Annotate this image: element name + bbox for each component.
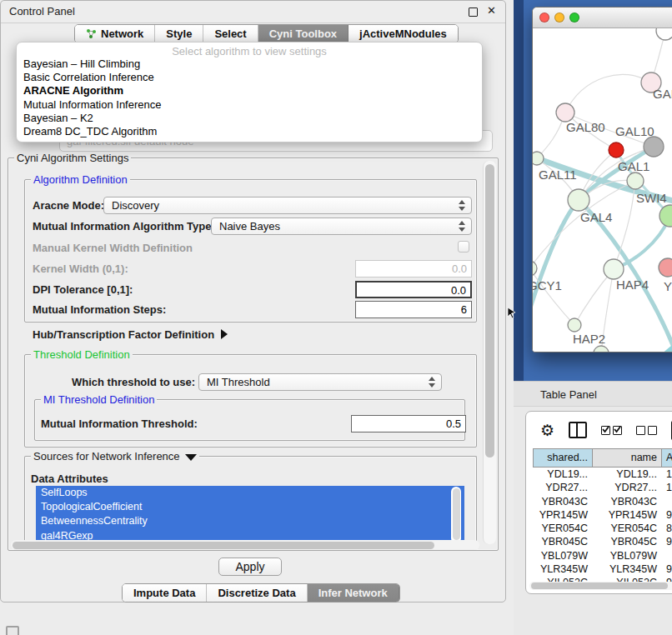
tab-infer-network[interactable]: Infer Network: [308, 584, 399, 602]
table-row[interactable]: YLR345WYLR345W9.: [533, 562, 672, 576]
which-threshold-label: Which threshold to use:: [72, 376, 195, 388]
network-node-label: GAL4: [580, 210, 612, 224]
settings-horizontal-scrollbar[interactable]: [11, 540, 479, 550]
tab-style-label: Style: [166, 28, 192, 40]
table-horizontal-scrollbar-thumb[interactable]: [531, 582, 668, 589]
tab-select[interactable]: Select: [203, 25, 258, 42]
dpi-tolerance-field[interactable]: 0.0: [355, 281, 472, 298]
tab-style[interactable]: Style: [155, 25, 203, 42]
close-panel-icon[interactable]: ✕: [487, 4, 496, 17]
attributes-scrollbar[interactable]: [451, 487, 461, 543]
network-node[interactable]: [533, 261, 537, 276]
mi-threshold-field[interactable]: 0.5: [351, 415, 466, 432]
data-attributes-list[interactable]: SelfLoopsTopologicalCoefficientBetweenne…: [36, 486, 464, 544]
mi-algorithm-type-value: Naive Bayes: [219, 220, 280, 232]
close-window-icon[interactable]: [539, 12, 549, 22]
network-canvas[interactable]: GALGAL80GAL10GAL11GAL1SWI4GAL4GCY1HAP4YH…: [533, 28, 672, 352]
tab-cyni-toolbox-label: Cyni Toolbox: [269, 28, 337, 40]
table-row[interactable]: YER054CYER054C8.: [533, 522, 672, 535]
attributes-scrollbar-thumb[interactable]: [453, 488, 460, 540]
settings-horizontal-scrollbar-thumb[interactable]: [13, 542, 434, 549]
network-node[interactable]: [556, 103, 574, 122]
kernel-width-field[interactable]: 0.0: [355, 260, 472, 278]
float-panel-icon[interactable]: [469, 8, 478, 17]
network-node[interactable]: [659, 258, 672, 277]
table-row[interactable]: YBL079WYBL079W: [533, 549, 672, 562]
network-node[interactable]: [604, 259, 624, 279]
algorithm-option[interactable]: Dream8 DC_TDC Algorithm: [17, 125, 482, 138]
network-node[interactable]: [533, 152, 544, 165]
tab-cyni-toolbox[interactable]: Cyni Toolbox: [258, 25, 349, 42]
select-all-columns-icon[interactable]: [601, 426, 622, 435]
network-node-label: SWI4: [636, 191, 667, 205]
settings-vertical-scrollbar-thumb[interactable]: [485, 164, 494, 458]
tab-jactivemnodules[interactable]: jActiveMNodules: [349, 25, 458, 42]
network-node[interactable]: [659, 205, 672, 227]
stepper-icon: [459, 200, 466, 211]
bottom-tabs: Impute Data Discretize Data Infer Networ…: [122, 583, 400, 602]
mi-algorithm-type-select[interactable]: Naive Bayes: [211, 218, 472, 235]
table-cell: [662, 549, 672, 562]
table-row[interactable]: YDL19...YDL19...13: [533, 468, 672, 481]
minimized-panel-icon[interactable]: [6, 626, 19, 635]
algorithm-option[interactable]: Bayesian – Hill Climbing: [17, 58, 482, 71]
tab-network[interactable]: Network: [75, 25, 155, 42]
network-node-label: GAL: [653, 87, 672, 101]
network-node[interactable]: [627, 172, 644, 189]
table-cell: YDR27...: [593, 481, 662, 494]
network-window-titlebar[interactable]: [533, 8, 672, 28]
control-panel-titlebar[interactable]: Control Panel ✕: [1, 1, 505, 23]
network-icon: [86, 28, 97, 39]
algorithm-option[interactable]: Mutual Information Inference: [17, 98, 482, 112]
table-panel-titlebar[interactable]: Table Panel: [514, 381, 672, 407]
data-attribute-item[interactable]: TopologicalCoefficient: [36, 500, 464, 514]
table-cell: 12: [662, 481, 672, 494]
sources-group-toggle[interactable]: Sources for Network Inference: [31, 450, 199, 462]
aracne-mode-select[interactable]: Discovery: [103, 197, 472, 214]
network-view-window[interactable]: GALGAL80GAL10GAL11GAL1SWI4GAL4GCY1HAP4YH…: [532, 7, 672, 352]
zoom-window-icon[interactable]: [569, 12, 579, 22]
which-threshold-select[interactable]: MI Threshold: [198, 373, 442, 391]
network-node[interactable]: [609, 142, 624, 158]
column-header-clipped[interactable]: A: [662, 448, 672, 468]
deselect-all-columns-icon[interactable]: [636, 426, 657, 435]
algorithm-option[interactable]: Basic Correlation Inference: [17, 71, 482, 84]
column-header-shared-name[interactable]: shared...: [533, 448, 593, 468]
table-row[interactable]: YBR045CYBR045C9.: [533, 535, 672, 548]
table-row[interactable]: YBR043CYBR043C: [533, 495, 672, 508]
table-cell: YBR043C: [533, 495, 593, 508]
network-node[interactable]: [568, 189, 589, 211]
network-node[interactable]: [656, 28, 672, 40]
which-threshold-value: MI Threshold: [207, 376, 270, 388]
apply-button[interactable]: Apply: [218, 558, 282, 576]
data-attribute-item[interactable]: SelfLoops: [36, 486, 464, 500]
data-attribute-item[interactable]: BetweennessCentrality: [36, 514, 464, 528]
manual-kernel-width-checkbox[interactable]: [458, 241, 469, 252]
hub-section-label: Hub/Transcription Factor Definition: [33, 328, 214, 341]
algorithm-dropdown-popup: Select algorithm to view settings Bayesi…: [16, 42, 483, 142]
algorithm-option[interactable]: Bayesian – K2: [17, 112, 482, 125]
network-node[interactable]: [644, 137, 664, 157]
table-cell: YDR27...: [533, 481, 593, 494]
aracne-mode-value: Discovery: [112, 199, 159, 212]
table-cell: 9.: [662, 562, 672, 576]
minimize-window-icon[interactable]: [554, 12, 564, 22]
mi-steps-field[interactable]: 6: [355, 301, 472, 318]
table-toolbar: ⚙: [526, 412, 672, 448]
columns-icon[interactable]: [569, 422, 587, 438]
network-node[interactable]: [594, 346, 609, 352]
panel-title: Control Panel: [9, 5, 75, 18]
table-cell: YPR145W: [593, 508, 662, 522]
table-horizontal-scrollbar[interactable]: [529, 582, 672, 590]
algorithm-dropdown-hint: Select algorithm to view settings: [17, 45, 482, 58]
column-header-name[interactable]: name: [593, 448, 662, 468]
hub-section-toggle[interactable]: Hub/Transcription Factor Definition: [33, 328, 228, 341]
tab-impute-data[interactable]: Impute Data: [123, 584, 207, 602]
gear-icon[interactable]: ⚙: [540, 422, 554, 438]
network-node[interactable]: [568, 318, 581, 332]
algorithm-option[interactable]: ARACNE Algorithm: [17, 84, 482, 98]
table-row[interactable]: YPR145WYPR145W9.: [533, 508, 672, 522]
table-row[interactable]: YDR27...YDR27...12: [533, 481, 672, 494]
tab-discretize-data[interactable]: Discretize Data: [207, 584, 307, 602]
settings-vertical-scrollbar[interactable]: [483, 161, 496, 544]
